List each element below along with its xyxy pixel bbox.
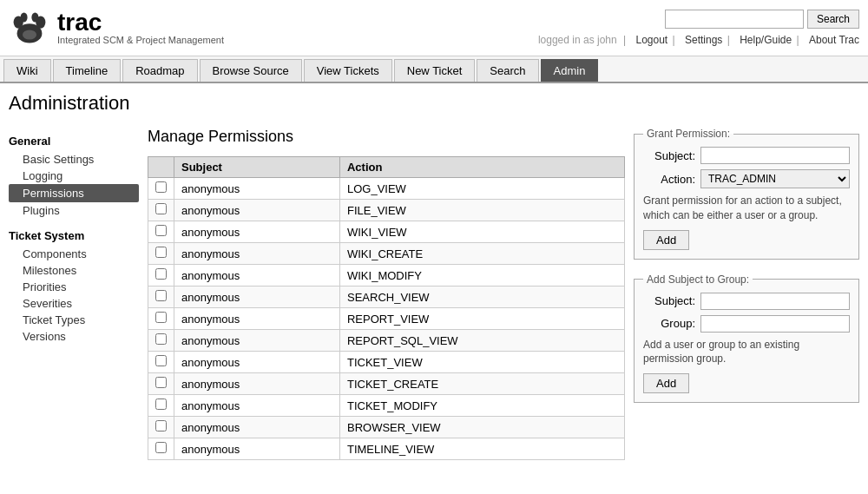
add-group-label: Group: (643, 317, 695, 330)
row-subject: anonymous (174, 265, 340, 287)
settings-link[interactable]: Settings (685, 34, 722, 46)
user-nav: logged in as john | Logout | Settings | … (536, 34, 859, 46)
grant-subject-input[interactable] (700, 147, 850, 164)
row-subject: anonymous (174, 417, 340, 438)
grant-subject-label: Subject: (643, 149, 695, 162)
table-row: anonymous WIKI_CREATE (148, 243, 625, 265)
row-checkbox[interactable] (155, 355, 167, 366)
row-checkbox[interactable] (155, 203, 167, 214)
grant-action-row: Action: TRAC_ADMIN BROWSER_VIEW FILE_VIE… (643, 169, 850, 188)
row-checkbox[interactable] (155, 420, 167, 431)
table-header-row: Subject Action (148, 157, 625, 178)
row-subject: anonymous (174, 373, 340, 395)
svg-point-3 (21, 12, 28, 22)
page-title-bar: Administration (0, 83, 868, 119)
row-checkbox-cell (148, 221, 174, 243)
sidebar-item-milestones[interactable]: Milestones (9, 262, 139, 279)
row-subject: anonymous (174, 395, 340, 417)
table-row: anonymous FILE_VIEW (148, 200, 625, 221)
sidebar-group-ticket-system: Ticket System (9, 229, 139, 242)
row-checkbox[interactable] (155, 333, 167, 345)
row-action: FILE_VIEW (339, 200, 624, 221)
table-row: anonymous WIKI_MODIFY (148, 265, 625, 287)
table-row: anonymous REPORT_VIEW (148, 308, 625, 330)
row-action: REPORT_VIEW (339, 308, 624, 330)
header-search-input[interactable] (665, 10, 804, 29)
add-group-input[interactable] (700, 315, 850, 333)
row-checkbox[interactable] (155, 247, 167, 258)
page-title: Administration (9, 92, 859, 115)
nav-search[interactable]: Search (477, 59, 538, 82)
sidebar-item-versions[interactable]: Versions (9, 328, 139, 345)
nav-separator: | (623, 34, 628, 46)
row-checkbox-cell (148, 330, 174, 352)
row-action: LOG_VIEW (339, 178, 624, 200)
row-checkbox-cell (148, 438, 174, 460)
sidebar-item-permissions[interactable]: Permissions (9, 184, 139, 202)
logo-title: trac (57, 10, 224, 35)
nav-view-tickets[interactable]: View Tickets (304, 59, 392, 82)
row-subject: anonymous (174, 221, 340, 243)
row-subject: anonymous (174, 330, 340, 352)
row-action: TIMELINE_VIEW (339, 438, 624, 460)
sidebar-item-components[interactable]: Components (9, 246, 139, 262)
nav-new-ticket[interactable]: New Ticket (394, 59, 476, 82)
help-guide-link[interactable]: Help/Guide (740, 34, 792, 46)
add-subject-button[interactable]: Add (643, 373, 689, 393)
row-checkbox-cell (148, 308, 174, 330)
row-action: SEARCH_VIEW (339, 287, 624, 308)
navbar: Wiki Timeline Roadmap Browse Source View… (0, 56, 868, 83)
content-area: Manage Permissions Subject Action anonym… (148, 128, 625, 460)
row-action: BROWSER_VIEW (339, 417, 624, 438)
row-checkbox-cell (148, 265, 174, 287)
row-checkbox[interactable] (155, 398, 167, 410)
row-action: WIKI_CREATE (339, 243, 624, 265)
row-action: TICKET_MODIFY (339, 395, 624, 417)
logo: trac Integrated SCM & Project Management (9, 7, 224, 49)
header-search-button[interactable]: Search (807, 10, 859, 29)
grant-action-select[interactable]: TRAC_ADMIN BROWSER_VIEW FILE_VIEW LOG_VI… (700, 169, 850, 188)
row-action: TICKET_CREATE (339, 373, 624, 395)
sidebar-item-basic-settings[interactable]: Basic Settings (9, 151, 139, 168)
row-checkbox[interactable] (155, 377, 167, 388)
sidebar-item-plugins[interactable]: Plugins (9, 202, 139, 219)
sidebar-item-severities[interactable]: Severities (9, 295, 139, 312)
sidebar-item-priorities[interactable]: Priorities (9, 279, 139, 295)
nav-browse-source[interactable]: Browse Source (200, 59, 302, 82)
table-row: anonymous TICKET_MODIFY (148, 395, 625, 417)
sidebar-item-logging[interactable]: Logging (9, 168, 139, 184)
add-subject-label: Subject: (643, 294, 695, 307)
row-checkbox-cell (148, 287, 174, 308)
row-checkbox[interactable] (155, 290, 167, 301)
header-right: Search logged in as john | Logout | Sett… (536, 10, 859, 46)
logo-text: trac Integrated SCM & Project Management (57, 10, 224, 45)
row-checkbox[interactable] (155, 181, 167, 193)
table-row: anonymous BROWSER_VIEW (148, 417, 625, 438)
grant-add-button[interactable]: Add (643, 230, 689, 250)
table-row: anonymous TICKET_CREATE (148, 373, 625, 395)
about-trac-link[interactable]: About Trac (809, 34, 859, 46)
sidebar-group-general: General (9, 135, 139, 148)
logout-link[interactable]: Logout (635, 34, 667, 46)
grant-subject-row: Subject: (643, 147, 850, 164)
add-subject-input[interactable] (700, 293, 850, 310)
nav-roadmap[interactable]: Roadmap (122, 59, 197, 82)
nav-admin[interactable]: Admin (541, 59, 599, 82)
row-checkbox[interactable] (155, 225, 167, 236)
row-checkbox[interactable] (155, 268, 167, 280)
row-checkbox-cell (148, 417, 174, 438)
table-row: anonymous REPORT_SQL_VIEW (148, 330, 625, 352)
row-checkbox-cell (148, 178, 174, 200)
row-action: WIKI_MODIFY (339, 265, 624, 287)
paw-icon (9, 7, 50, 49)
svg-point-4 (31, 12, 38, 22)
row-checkbox[interactable] (155, 312, 167, 323)
nav-timeline[interactable]: Timeline (53, 59, 122, 82)
table-row: anonymous TICKET_VIEW (148, 352, 625, 373)
sidebar-item-ticket-types[interactable]: Ticket Types (9, 312, 139, 328)
grant-permission-legend: Grant Permission: (643, 128, 733, 140)
row-checkbox[interactable] (155, 442, 167, 453)
nav-wiki[interactable]: Wiki (3, 59, 51, 82)
right-panels: Grant Permission: Subject: Action: TRAC_… (634, 128, 859, 460)
add-subject-description: Add a user or group to an existing permi… (643, 338, 850, 367)
